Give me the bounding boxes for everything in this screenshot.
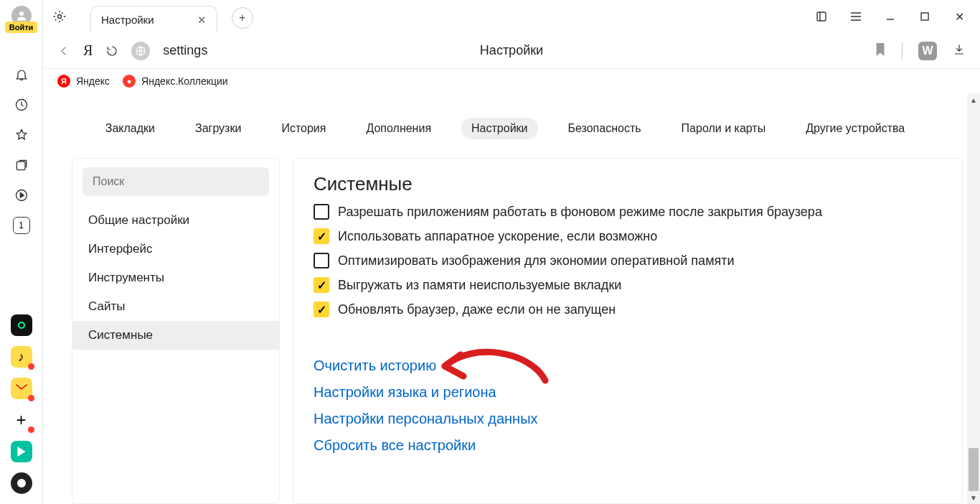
svg-point-4 <box>58 15 62 19</box>
play-icon[interactable] <box>13 187 30 204</box>
window-chrome: Настройки ✕ + ✕ <box>43 0 980 33</box>
favorite-collections[interactable]: ● Яндекс.Коллекции <box>123 75 228 88</box>
browser-tab[interactable]: Настройки ✕ <box>90 6 217 33</box>
maximize-icon[interactable] <box>918 10 931 23</box>
nav-downloads[interactable]: Загрузки <box>185 118 251 139</box>
sidebar-item-interface[interactable]: Интерфейс <box>72 235 279 263</box>
bookmark-icon[interactable] <box>875 43 886 59</box>
app-tile-alice[interactable] <box>11 472 32 494</box>
nav-passwords[interactable]: Пароли и карты <box>672 118 776 139</box>
checkbox-label: Использовать аппаратное ускорение, если … <box>338 229 657 244</box>
svg-rect-5 <box>817 12 826 21</box>
star-icon[interactable] <box>13 126 30 144</box>
left-sidebar: Войти 1 ♪ + <box>0 0 43 504</box>
checkbox-label: Обновлять браузер, даже если он не запущ… <box>338 302 616 317</box>
checkbox-icon[interactable] <box>314 228 329 244</box>
checkbox-icon[interactable] <box>314 253 329 269</box>
link-reset-settings[interactable]: Сбросить все настройки <box>314 437 942 454</box>
sidebar-item-general[interactable]: Общие настройки <box>72 206 279 235</box>
app-tile-camera[interactable] <box>11 314 32 336</box>
collections-favicon-icon: ● <box>123 75 136 88</box>
settings-search <box>83 167 269 196</box>
svg-point-0 <box>19 11 24 16</box>
sidebar-toggle-icon[interactable] <box>815 10 828 23</box>
checkbox-label: Оптимизировать изображения для экономии … <box>338 253 735 269</box>
app-tile-play[interactable] <box>11 441 32 462</box>
settings-nav: Закладки Загрузки История Дополнения Нас… <box>43 108 967 149</box>
settings-sidebar: Общие настройки Интерфейс Инструменты Са… <box>72 158 280 504</box>
new-tab-button[interactable]: + <box>232 7 253 29</box>
checkbox-icon[interactable] <box>314 277 329 293</box>
minimize-icon[interactable] <box>884 10 897 23</box>
checkbox-icon[interactable] <box>314 204 329 220</box>
checkbox-row[interactable]: Использовать аппаратное ускорение, если … <box>314 228 942 244</box>
page-title: Настройки <box>480 43 543 58</box>
scroll-thumb[interactable] <box>969 448 979 491</box>
link-personal-data[interactable]: Настройки персональных данных <box>314 411 942 427</box>
sidebar-item-tools[interactable]: Инструменты <box>72 263 279 292</box>
tabs-count-badge[interactable]: 1 <box>13 217 30 234</box>
nav-devices[interactable]: Другие устройства <box>796 118 915 139</box>
links-section: Очистить историю Настройки языка и регио… <box>314 358 942 454</box>
yandex-favicon-icon: Я <box>57 75 70 88</box>
back-icon[interactable] <box>57 45 70 57</box>
scroll-up-icon[interactable]: ▲ <box>967 93 980 106</box>
sidebar-item-system[interactable]: Системные <box>72 321 279 350</box>
nav-security[interactable]: Безопасность <box>558 118 651 139</box>
app-tile-add[interactable]: + <box>11 409 32 431</box>
globe-icon <box>131 42 150 60</box>
login-badge[interactable]: Войти <box>5 22 38 33</box>
scroll-down-icon[interactable]: ▼ <box>967 491 980 504</box>
yandex-icon[interactable]: Я <box>83 42 93 59</box>
link-language-region[interactable]: Настройки языка и региона <box>314 384 942 401</box>
tab-title: Настройки <box>101 14 154 26</box>
checkbox-label: Разрешать приложениям работать в фоновом… <box>338 205 822 220</box>
checkbox-icon[interactable] <box>314 302 329 317</box>
checkbox-label: Выгружать из памяти неиспользуемые вклад… <box>338 278 621 293</box>
sidebar-item-sites[interactable]: Сайты <box>72 292 279 321</box>
history-icon[interactable] <box>13 96 30 113</box>
collections-icon[interactable] <box>13 157 30 174</box>
search-input[interactable] <box>83 167 269 196</box>
close-icon[interactable]: ✕ <box>197 14 207 27</box>
app-tile-mail[interactable] <box>11 378 32 399</box>
favorite-label: Яндекс.Коллекции <box>141 75 228 87</box>
link-clear-history[interactable]: Очистить историю <box>314 358 942 374</box>
menu-icon[interactable] <box>849 10 862 23</box>
reload-icon[interactable] <box>105 45 118 57</box>
address-text[interactable]: settings <box>163 43 207 58</box>
divider <box>902 42 903 60</box>
checkbox-row[interactable]: Разрешать приложениям работать в фоновом… <box>314 204 942 220</box>
nav-settings[interactable]: Настройки <box>461 118 537 139</box>
vertical-scrollbar[interactable]: ▲ ▼ <box>967 93 980 504</box>
nav-addons[interactable]: Дополнения <box>356 118 441 139</box>
favorites-bar: Я Яндекс ● Яндекс.Коллекции <box>43 69 980 93</box>
checkbox-row[interactable]: Обновлять браузер, даже если он не запущ… <box>314 302 942 317</box>
download-icon[interactable] <box>953 43 966 59</box>
checkbox-row[interactable]: Оптимизировать изображения для экономии … <box>314 253 942 269</box>
app-tile-music[interactable]: ♪ <box>11 346 32 368</box>
section-title: Системные <box>314 173 942 195</box>
window-close-icon[interactable]: ✕ <box>953 10 966 23</box>
favorite-label: Яндекс <box>76 75 110 87</box>
svg-rect-2 <box>17 162 25 170</box>
checkbox-row[interactable]: Выгружать из памяти неиспользуемые вклад… <box>314 277 942 293</box>
bell-icon[interactable] <box>13 66 30 83</box>
content-area: Общие настройки Интерфейс Инструменты Са… <box>72 158 963 504</box>
extension-badge[interactable]: W <box>918 42 937 60</box>
nav-bookmarks[interactable]: Закладки <box>95 118 165 139</box>
gear-icon[interactable] <box>50 7 69 26</box>
window-controls: ✕ <box>815 10 980 23</box>
nav-history[interactable]: История <box>271 118 336 139</box>
favorite-yandex[interactable]: Я Яндекс <box>57 75 110 88</box>
sidebar-apps: ♪ + <box>11 314 32 504</box>
profile-button[interactable]: Войти <box>9 6 34 26</box>
svg-rect-6 <box>921 13 928 20</box>
main-panel: Системные Разрешать приложениям работать… <box>293 158 963 504</box>
address-bar: Я settings Настройки W <box>43 33 980 69</box>
